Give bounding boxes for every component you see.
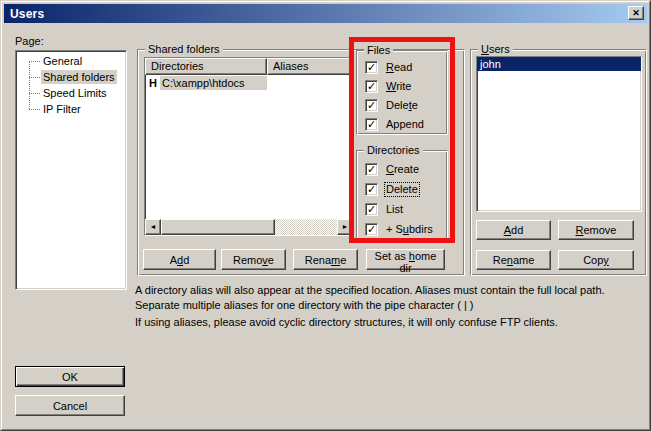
tree-item-label: Speed Limits (41, 86, 109, 100)
checkbox-write[interactable]: ✓ Write (365, 79, 412, 93)
checkbox-label: Read (385, 61, 413, 74)
checkbox-delete-directories[interactable]: ✓ Delete (365, 182, 419, 196)
checkmark-icon: ✓ (367, 183, 376, 196)
checkbox-read[interactable]: ✓ Read (365, 60, 413, 74)
users-dialog: Users ✕ Page: General Shared folders Spe… (0, 0, 651, 431)
checkbox-append[interactable]: ✓ Append (365, 117, 425, 131)
window-title: Users (4, 7, 44, 21)
directories-group-label: Directories (364, 144, 423, 157)
cyclic-note-text: If using aliases, please avoid cyclic di… (135, 315, 641, 330)
listview-header: Directories Aliases (145, 58, 353, 75)
checkmark-icon: ✓ (367, 61, 376, 74)
ok-button[interactable]: OK (15, 366, 125, 387)
scrollbar-thumb[interactable] (161, 219, 275, 235)
checkbox-delete-files[interactable]: ✓ Delete (365, 98, 419, 112)
directory-cell[interactable]: C:\xampp\htdocs (160, 76, 267, 90)
checkmark-icon: ✓ (367, 80, 376, 93)
checkbox-label: List (385, 203, 404, 216)
checkbox-box[interactable]: ✓ (365, 203, 378, 216)
users-group: Users john Add Remove Rename Copy (470, 49, 647, 276)
checkbox-subdirs[interactable]: ✓ + Subdirs (365, 222, 434, 236)
tree-item-label: General (41, 54, 84, 68)
checkbox-box[interactable]: ✓ (365, 118, 378, 131)
page-tree[interactable]: General Shared folders Speed Limits IP F… (15, 50, 127, 290)
alias-note-text: A directory alias will also appear at th… (135, 283, 641, 313)
checkbox-label: Delete (385, 183, 419, 196)
files-permissions-group: Files ✓ Read ✓ Write ✓ Delete ✓ Append (356, 50, 448, 135)
scroll-left-button[interactable]: ◄ (145, 219, 161, 235)
close-icon: ✕ (632, 8, 640, 18)
checkmark-icon: ✓ (367, 203, 376, 216)
checkbox-label: Create (385, 163, 420, 176)
add-directory-button[interactable]: Add (143, 249, 216, 270)
scrollbar-track[interactable] (275, 219, 337, 235)
column-header-aliases[interactable]: Aliases (267, 58, 353, 75)
checkbox-list[interactable]: ✓ List (365, 202, 404, 216)
arrow-left-icon: ◄ (150, 223, 157, 230)
checkmark-icon: ✓ (367, 223, 376, 236)
list-item-user[interactable]: john (477, 57, 641, 71)
checkmark-icon: ✓ (367, 118, 376, 131)
remove-user-button[interactable]: Remove (558, 220, 634, 240)
checkbox-box[interactable]: ✓ (365, 61, 378, 74)
cancel-button[interactable]: Cancel (15, 395, 125, 416)
checkbox-label: Delete (385, 99, 419, 112)
directories-listview[interactable]: Directories Aliases H C:\xampp\htdocs ◄ … (144, 57, 354, 236)
tree-item-label: IP Filter (41, 102, 83, 116)
shared-folders-group-label: Shared folders (145, 43, 223, 56)
rename-directory-button[interactable]: Rename (293, 249, 358, 270)
directories-permissions-group: Directories ✓ Create ✓ Delete ✓ List ✓ +… (356, 150, 448, 240)
checkbox-box[interactable]: ✓ (365, 163, 378, 176)
checkbox-box[interactable]: ✓ (365, 183, 378, 196)
home-dir-marker: H (149, 77, 160, 89)
tree-item-shared-folders[interactable]: Shared folders (18, 69, 124, 85)
checkbox-label: Write (385, 80, 412, 93)
remove-directory-button[interactable]: Remove (221, 249, 286, 270)
checkbox-box[interactable]: ✓ (365, 223, 378, 236)
copy-user-button[interactable]: Copy (558, 250, 634, 270)
close-button[interactable]: ✕ (628, 6, 644, 20)
arrow-right-icon: ► (342, 223, 349, 230)
checkbox-create[interactable]: ✓ Create (365, 162, 420, 176)
scroll-right-button[interactable]: ► (337, 219, 353, 235)
tree-item-general[interactable]: General (18, 53, 124, 69)
add-user-button[interactable]: Add (476, 220, 551, 240)
users-listbox[interactable]: john (476, 56, 642, 212)
checkmark-icon: ✓ (367, 163, 376, 176)
checkbox-label: + Subdirs (385, 223, 434, 236)
tree-item-label: Shared folders (41, 70, 117, 84)
title-bar[interactable]: Users ✕ (4, 4, 647, 23)
checkbox-box[interactable]: ✓ (365, 99, 378, 112)
rename-user-button[interactable]: Rename (476, 250, 551, 270)
checkbox-box[interactable]: ✓ (365, 80, 378, 93)
users-group-label: Users (478, 43, 513, 56)
table-row[interactable]: H C:\xampp\htdocs (145, 75, 353, 91)
dialog-frame: Users ✕ Page: General Shared folders Spe… (1, 1, 650, 430)
tree-item-ip-filter[interactable]: IP Filter (18, 101, 124, 117)
horizontal-scrollbar[interactable]: ◄ ► (145, 219, 353, 235)
checkbox-label: Append (385, 118, 425, 131)
files-group-label: Files (364, 44, 393, 57)
set-as-home-dir-button[interactable]: Set as home dir (366, 249, 445, 270)
tree-item-speed-limits[interactable]: Speed Limits (18, 85, 124, 101)
column-header-directories[interactable]: Directories (145, 58, 267, 75)
page-label: Page: (15, 35, 44, 47)
checkmark-icon: ✓ (367, 99, 376, 112)
